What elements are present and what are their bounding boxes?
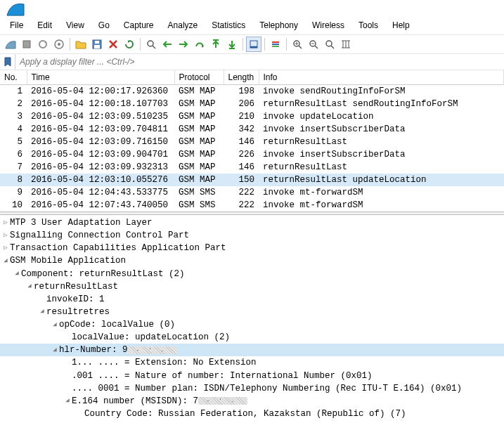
table-row[interactable]: 62016-05-04 12:03:09.904701GSM MAP226inv… xyxy=(0,148,504,161)
filterbar xyxy=(0,54,504,70)
start-capture-icon[interactable] xyxy=(3,37,18,52)
bookmark-icon[interactable] xyxy=(0,54,15,70)
chevron-down-icon[interactable]: ◢ xyxy=(13,269,21,278)
menu-capture[interactable]: Capture xyxy=(117,18,161,33)
tree-item[interactable]: Component: returnResultLast (2) xyxy=(21,268,185,280)
table-row[interactable]: 92016-05-04 12:04:43.533775GSM SMS222inv… xyxy=(0,186,504,199)
reload-icon[interactable] xyxy=(122,37,137,52)
packet-list[interactable]: No. Time Protocol Length Info 12016-05-0… xyxy=(0,70,504,212)
tree-item-selected[interactable]: ◢hlr-Number: 9 xyxy=(0,344,504,356)
wireshark-icon xyxy=(6,1,25,17)
table-row[interactable]: 42016-05-04 12:03:09.704811GSM MAP342inv… xyxy=(0,123,504,136)
find-icon[interactable] xyxy=(143,37,159,52)
menubar[interactable]: File Edit View Go Capture Analyze Statis… xyxy=(0,17,504,35)
tree-item[interactable]: E.164 number (MSISDN): 7 xyxy=(72,395,198,408)
svg-point-9 xyxy=(148,41,153,46)
table-row[interactable]: 82016-05-04 12:03:10.055276GSM MAP150ret… xyxy=(0,174,504,186)
chevron-right-icon[interactable]: ▷ xyxy=(1,231,10,240)
capture-options-icon[interactable] xyxy=(51,37,67,52)
tree-item[interactable]: invokeID: 1 xyxy=(46,293,105,306)
chevron-right-icon[interactable]: ▷ xyxy=(1,244,10,253)
redacted-number xyxy=(198,397,247,405)
table-row[interactable]: 22016-05-04 12:00:18.107703GSM MAP206ret… xyxy=(0,98,504,110)
svg-line-19 xyxy=(299,46,302,48)
tree-item[interactable]: .001 .... = Nature of number: Internatio… xyxy=(72,370,373,382)
menu-view[interactable]: View xyxy=(59,18,91,33)
col-protocol[interactable]: Protocol xyxy=(174,70,224,85)
colorize-icon[interactable] xyxy=(268,37,283,52)
restart-capture-icon[interactable] xyxy=(35,37,51,52)
menu-go[interactable]: Go xyxy=(91,18,117,33)
zoom-in-icon[interactable] xyxy=(290,37,305,52)
menu-file[interactable]: File xyxy=(3,18,30,33)
col-length[interactable]: Length xyxy=(224,70,259,85)
svg-line-23 xyxy=(315,46,318,48)
svg-rect-16 xyxy=(272,44,279,45)
go-back-icon[interactable] xyxy=(160,37,175,52)
chevron-down-icon[interactable]: ◢ xyxy=(38,307,46,316)
col-info[interactable]: Info xyxy=(259,70,504,85)
table-row[interactable]: 12016-05-04 12:00:17.926360GSM MAP198inv… xyxy=(0,85,504,98)
chevron-down-icon[interactable]: ◢ xyxy=(1,256,10,266)
save-file-icon[interactable] xyxy=(89,37,105,52)
table-row[interactable]: 102016-05-04 12:07:43.740050GSM SMS222in… xyxy=(0,199,504,212)
go-forward-icon[interactable] xyxy=(176,37,191,52)
zoom-reset-icon[interactable] xyxy=(322,37,337,52)
svg-line-10 xyxy=(153,46,155,48)
tree-item[interactable]: resultretres xyxy=(46,306,110,318)
chevron-down-icon[interactable]: ◢ xyxy=(51,346,59,355)
menu-help[interactable]: Help xyxy=(385,18,417,33)
go-first-icon[interactable] xyxy=(208,37,224,52)
tree-item[interactable]: Signalling Connection Control Part xyxy=(10,229,189,242)
svg-point-25 xyxy=(326,41,332,46)
tree-item[interactable]: GSM Mobile Application xyxy=(10,254,126,267)
svg-point-3 xyxy=(58,43,60,46)
chevron-down-icon[interactable]: ◢ xyxy=(51,320,59,330)
chevron-down-icon[interactable]: ◢ xyxy=(63,396,72,405)
zoom-out-icon[interactable] xyxy=(306,37,321,52)
open-file-icon[interactable] xyxy=(73,37,89,52)
tree-item[interactable]: 1... .... = Extension: No Extension xyxy=(72,356,257,369)
tree-item[interactable]: MTP 3 User Adaptation Layer xyxy=(10,216,153,229)
go-last-icon[interactable] xyxy=(224,37,240,52)
tree-item[interactable]: returnResultLast xyxy=(34,280,118,293)
menu-wireless[interactable]: Wireless xyxy=(305,18,351,33)
svg-rect-6 xyxy=(95,41,99,44)
tree-item[interactable]: Country Code: Russian Federation, Kazaks… xyxy=(84,408,406,420)
svg-rect-0 xyxy=(23,41,30,48)
display-filter-input[interactable] xyxy=(15,55,504,69)
column-headers[interactable]: No. Time Protocol Length Info xyxy=(0,70,504,85)
svg-rect-15 xyxy=(272,41,279,43)
table-row[interactable]: 52016-05-04 12:03:09.716150GSM MAP146ret… xyxy=(0,136,504,148)
tree-item[interactable]: localValue: updateLocation (2) xyxy=(72,331,230,344)
svg-rect-5 xyxy=(94,45,100,48)
titlebar xyxy=(0,0,504,17)
col-no[interactable]: No. xyxy=(0,70,27,85)
svg-line-26 xyxy=(331,46,334,48)
stop-capture-icon[interactable] xyxy=(19,37,34,52)
jump-icon[interactable] xyxy=(192,37,207,52)
table-row[interactable]: 72016-05-04 12:03:09.932313GSM MAP146ret… xyxy=(0,161,504,174)
close-file-icon[interactable] xyxy=(105,37,121,52)
menu-analyze[interactable]: Analyze xyxy=(161,18,205,33)
toolbar xyxy=(0,35,504,54)
col-time[interactable]: Time xyxy=(27,70,174,85)
menu-tools[interactable]: Tools xyxy=(351,18,385,33)
menu-telephony[interactable]: Telephony xyxy=(252,18,305,33)
menu-edit[interactable]: Edit xyxy=(30,18,59,33)
tree-item[interactable]: Transaction Capabilities Application Par… xyxy=(10,242,226,254)
auto-scroll-icon[interactable] xyxy=(246,37,261,52)
tree-item[interactable]: .... 0001 = Number plan: ISDN/Telephony … xyxy=(72,382,462,395)
chevron-down-icon[interactable]: ◢ xyxy=(25,282,34,291)
menu-statistics[interactable]: Statistics xyxy=(205,18,252,33)
resize-columns-icon[interactable] xyxy=(338,37,354,52)
chevron-right-icon[interactable]: ▷ xyxy=(1,219,10,228)
tree-item[interactable]: opCode: localValue (0) xyxy=(59,318,175,331)
packet-details[interactable]: ▷MTP 3 User Adaptation Layer ▷Signalling… xyxy=(0,215,504,423)
svg-rect-17 xyxy=(272,46,279,47)
redacted-number xyxy=(128,346,177,354)
table-row[interactable]: 32016-05-04 12:03:09.510235GSM MAP210inv… xyxy=(0,110,504,123)
